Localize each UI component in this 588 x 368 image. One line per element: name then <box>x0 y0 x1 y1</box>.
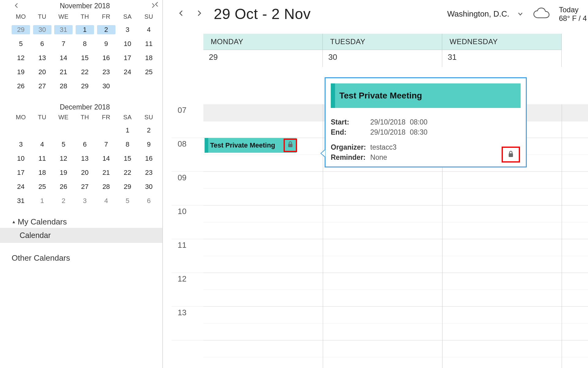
date-cell[interactable]: 28 <box>97 182 115 191</box>
date-cell[interactable]: 6 <box>76 140 94 149</box>
location-dropdown-icon[interactable] <box>515 10 525 19</box>
date-cell[interactable]: 4 <box>97 196 115 205</box>
date-cell[interactable]: 20 <box>76 168 94 177</box>
date-cell[interactable]: 16 <box>97 53 115 63</box>
date-cell[interactable]: 11 <box>33 154 51 163</box>
day-number[interactable]: 29 <box>203 50 323 67</box>
hour-label: 11 <box>172 239 203 273</box>
event-title: Test Private Meeting <box>210 141 275 149</box>
day-header[interactable]: TUESDAY <box>323 34 442 50</box>
date-cell[interactable]: 25 <box>140 67 158 77</box>
date-cell[interactable]: 3 <box>76 196 94 205</box>
date-cell[interactable]: 22 <box>76 67 94 77</box>
date-cell[interactable]: 30 <box>97 82 115 91</box>
date-cell[interactable]: 23 <box>140 168 158 177</box>
date-cell <box>97 126 115 135</box>
calendar-event[interactable]: Test Private Meeting <box>205 138 296 153</box>
day-header[interactable]: MONDAY <box>203 34 323 50</box>
date-cell <box>33 126 51 135</box>
today-temp: 68° F / 4 <box>559 14 587 23</box>
day-number[interactable]: 31 <box>442 50 562 67</box>
date-cell[interactable]: 14 <box>97 154 115 163</box>
date-cell[interactable]: 23 <box>97 67 115 77</box>
date-cell[interactable]: 17 <box>12 168 30 177</box>
date-cell[interactable]: 3 <box>118 25 137 34</box>
date-cell <box>12 126 30 135</box>
date-cell[interactable]: 4 <box>140 25 158 34</box>
date-cell[interactable]: 8 <box>118 140 137 149</box>
date-cell[interactable]: 13 <box>76 154 94 163</box>
day-number[interactable]: 30 <box>323 50 442 67</box>
highlight-box <box>284 139 297 152</box>
date-cell[interactable]: 5 <box>54 140 73 149</box>
date-cell[interactable]: 30 <box>33 25 51 34</box>
date-cell[interactable]: 2 <box>140 126 158 135</box>
today-weather-block[interactable]: Today 68° F / 4 <box>559 6 587 22</box>
date-cell[interactable]: 7 <box>97 140 115 149</box>
date-cell[interactable]: 4 <box>33 140 51 149</box>
column-divider <box>323 104 323 368</box>
date-cell[interactable]: 24 <box>12 182 30 191</box>
date-range: 29 Oct - 2 Nov <box>214 6 311 22</box>
date-cell[interactable]: 14 <box>54 53 73 63</box>
date-cell[interactable]: 27 <box>33 82 51 91</box>
date-cell[interactable]: 19 <box>54 168 73 177</box>
other-calendars-group[interactable]: Other Calendars <box>12 253 158 263</box>
date-cell[interactable]: 15 <box>118 154 137 163</box>
date-cell[interactable]: 30 <box>140 182 158 191</box>
date-cell[interactable]: 18 <box>140 53 158 63</box>
date-cell[interactable]: 29 <box>76 82 94 91</box>
date-cell[interactable]: 9 <box>140 140 158 149</box>
date-cell[interactable]: 1 <box>33 196 51 205</box>
date-cell[interactable]: 22 <box>118 168 137 177</box>
date-cell[interactable]: 19 <box>12 67 30 77</box>
today-label: Today <box>559 6 587 14</box>
date-cell[interactable]: 15 <box>76 53 94 63</box>
day-header[interactable]: WEDNESDAY <box>442 34 562 50</box>
date-cell[interactable]: 10 <box>12 154 30 163</box>
collapse-sidebar-icon[interactable] <box>154 1 160 9</box>
date-cell[interactable]: 26 <box>54 182 73 191</box>
my-calendars-group[interactable]: ▲ My Calendars <box>12 216 158 228</box>
date-cell[interactable]: 21 <box>97 168 115 177</box>
date-cell[interactable]: 27 <box>76 182 94 191</box>
date-cell[interactable]: 24 <box>118 67 137 77</box>
date-cell[interactable]: 2 <box>97 25 115 34</box>
date-cell[interactable]: 5 <box>118 196 137 205</box>
hour-label: 08 <box>172 138 203 172</box>
date-cell[interactable]: 29 <box>12 25 30 34</box>
calendar-item[interactable]: Calendar <box>0 228 162 243</box>
date-cell[interactable]: 18 <box>33 168 51 177</box>
date-cell[interactable]: 13 <box>33 53 51 63</box>
date-cell[interactable]: 6 <box>33 39 51 48</box>
date-cell[interactable]: 29 <box>118 182 137 191</box>
date-cell[interactable]: 1 <box>76 25 94 34</box>
date-cell[interactable]: 28 <box>54 82 73 91</box>
date-cell[interactable]: 26 <box>12 82 30 91</box>
prev-week-icon[interactable] <box>177 9 185 19</box>
mini-calendar-nov: November 2018 MOTUWETHFRSASU293031123456… <box>12 1 158 91</box>
mini-calendar-title: November 2018 <box>28 2 141 10</box>
date-cell[interactable]: 8 <box>76 39 94 48</box>
date-cell[interactable]: 31 <box>54 25 73 34</box>
date-cell[interactable]: 17 <box>118 53 137 63</box>
date-cell <box>76 126 94 135</box>
date-cell[interactable]: 16 <box>140 154 158 163</box>
next-week-icon[interactable] <box>195 9 203 19</box>
date-cell[interactable]: 10 <box>118 39 137 48</box>
date-cell[interactable]: 9 <box>97 39 115 48</box>
date-cell[interactable]: 12 <box>12 53 30 63</box>
date-cell[interactable]: 11 <box>140 39 158 48</box>
date-cell[interactable]: 5 <box>12 39 30 48</box>
date-cell[interactable]: 25 <box>33 182 51 191</box>
date-cell[interactable]: 7 <box>54 39 73 48</box>
date-cell[interactable]: 12 <box>54 154 73 163</box>
date-cell[interactable]: 6 <box>140 196 158 205</box>
date-cell[interactable]: 3 <box>12 140 30 149</box>
date-cell[interactable]: 21 <box>54 67 73 77</box>
date-cell[interactable]: 20 <box>33 67 51 77</box>
date-cell[interactable]: 31 <box>12 196 30 205</box>
prev-month-icon[interactable] <box>12 1 21 11</box>
date-cell[interactable]: 2 <box>54 196 73 205</box>
date-cell[interactable]: 1 <box>118 126 137 135</box>
